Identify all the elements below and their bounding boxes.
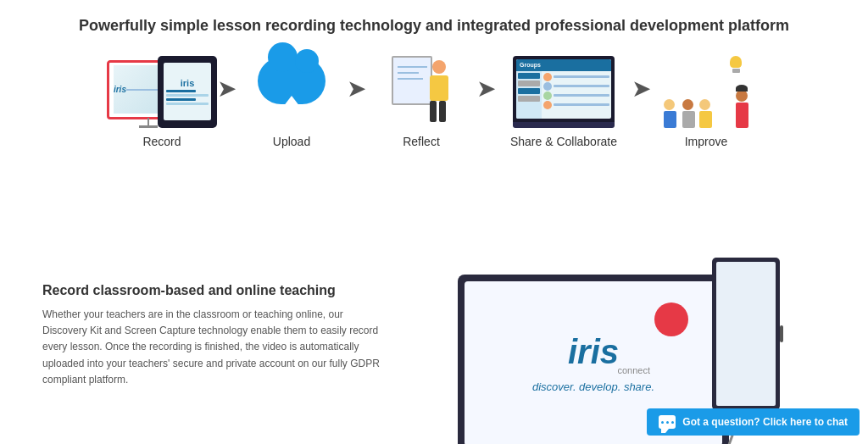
sidebar-item1 bbox=[518, 73, 540, 79]
person4-body bbox=[736, 103, 748, 128]
right-leg bbox=[439, 101, 446, 122]
upload-illustration bbox=[258, 58, 326, 125]
share-sidebar bbox=[516, 71, 542, 119]
record-iris-logo: iris bbox=[181, 78, 195, 88]
step-record: iris iris bbox=[98, 53, 225, 148]
reflect-label: Reflect bbox=[403, 135, 440, 148]
bottom-description: Whether your teachers are in the classro… bbox=[42, 307, 381, 388]
left-leg bbox=[430, 101, 437, 122]
steps-row: iris iris bbox=[0, 45, 868, 148]
page-title: Powerfully simple lesson recording techn… bbox=[68, 15, 800, 36]
improve-illustration bbox=[664, 56, 748, 128]
upload-label: Upload bbox=[273, 135, 310, 148]
person-dot3 bbox=[543, 92, 552, 100]
chat-icon bbox=[659, 415, 676, 429]
bulb-circle bbox=[730, 56, 742, 68]
person1-head bbox=[664, 99, 675, 110]
record-tablet: iris bbox=[158, 56, 217, 128]
reflect-illustration bbox=[392, 56, 451, 128]
record-label: Record bbox=[142, 135, 181, 148]
improve-person2 bbox=[682, 99, 695, 128]
person-dot1 bbox=[543, 73, 552, 81]
name-line3 bbox=[554, 94, 609, 97]
sidebar-item4 bbox=[518, 96, 540, 102]
line3 bbox=[166, 98, 196, 101]
person2-body bbox=[682, 111, 695, 128]
step-share: Groups bbox=[487, 53, 640, 148]
improve-person1 bbox=[664, 99, 676, 128]
step-improve: Improve bbox=[643, 53, 770, 148]
dot1 bbox=[661, 421, 664, 424]
board-line3 bbox=[398, 78, 423, 80]
improve-person3 bbox=[699, 99, 712, 128]
name-line4 bbox=[554, 103, 609, 106]
person-dot2 bbox=[543, 82, 552, 91]
iris-branding: iris connect discover. develop. share. bbox=[532, 335, 654, 393]
small-tablet-screen bbox=[716, 262, 776, 406]
sidebar-item2 bbox=[518, 80, 540, 86]
dot2 bbox=[666, 421, 669, 424]
share-row2 bbox=[543, 82, 609, 91]
arrow-head bbox=[283, 96, 300, 107]
name-line2 bbox=[554, 85, 609, 87]
record-illustration: iris iris bbox=[107, 56, 217, 128]
share-icon-container: Groups bbox=[513, 53, 615, 130]
board-line1 bbox=[398, 66, 427, 68]
step-upload: Upload bbox=[228, 53, 355, 148]
iris-main-logo: iris bbox=[568, 335, 619, 369]
record-tablet-lines bbox=[166, 90, 209, 105]
line2 bbox=[166, 94, 209, 97]
board-line2 bbox=[398, 72, 419, 74]
dot3 bbox=[671, 421, 674, 424]
record-base bbox=[139, 125, 158, 128]
share-screen: Groups bbox=[516, 59, 611, 119]
person4-head bbox=[736, 90, 748, 102]
person1-body bbox=[664, 111, 676, 128]
laptop-base bbox=[513, 122, 615, 128]
person3-body bbox=[699, 111, 712, 128]
person4-hair bbox=[736, 85, 748, 92]
person2-head bbox=[682, 99, 693, 110]
person-head bbox=[432, 60, 446, 74]
page-header: Powerfully simple lesson recording techn… bbox=[0, 0, 868, 45]
share-laptop: Groups bbox=[513, 56, 615, 122]
iris-connect-text: connect bbox=[532, 365, 654, 375]
improve-label: Improve bbox=[685, 135, 728, 148]
chat-button[interactable]: Got a question? Click here to chat bbox=[647, 408, 860, 436]
person-dot4 bbox=[543, 101, 552, 109]
share-illustration: Groups bbox=[513, 56, 615, 128]
share-header: Groups bbox=[516, 59, 611, 71]
bulb-base bbox=[732, 69, 740, 73]
record-icon-container: iris iris bbox=[107, 53, 217, 130]
record-tablet-screen: iris bbox=[164, 63, 211, 120]
chat-dots bbox=[660, 421, 675, 424]
reflect-icon-container bbox=[392, 53, 451, 130]
improve-icon-container bbox=[664, 53, 748, 130]
line1 bbox=[166, 90, 196, 92]
share-main bbox=[542, 71, 611, 119]
iris-red-dot bbox=[654, 302, 688, 336]
chat-label: Got a question? Click here to chat bbox=[682, 416, 848, 428]
share-row3 bbox=[543, 92, 609, 100]
name-line1 bbox=[554, 75, 609, 78]
improve-person4 bbox=[736, 90, 748, 128]
person-legs bbox=[430, 101, 448, 122]
step-reflect: Reflect bbox=[358, 53, 485, 148]
line4 bbox=[166, 103, 209, 105]
sidebar-item3 bbox=[518, 88, 540, 94]
reflect-person bbox=[427, 60, 451, 124]
tablet-button bbox=[780, 325, 783, 342]
lightbulb-icon bbox=[730, 56, 742, 69]
arrow-stem bbox=[289, 107, 294, 122]
share-label: Share & Collaborate bbox=[510, 135, 617, 148]
share-row4 bbox=[543, 101, 609, 109]
iris-tagline-text: discover. develop. share. bbox=[532, 380, 654, 393]
person-body bbox=[430, 75, 448, 101]
person3-head bbox=[699, 99, 710, 110]
bottom-heading: Record classroom-based and online teachi… bbox=[42, 283, 381, 298]
reflect-board bbox=[392, 56, 432, 105]
cloud-arrow bbox=[283, 96, 300, 122]
share-row1 bbox=[543, 73, 609, 81]
share-content bbox=[516, 71, 611, 119]
upload-icon-container bbox=[258, 53, 326, 130]
